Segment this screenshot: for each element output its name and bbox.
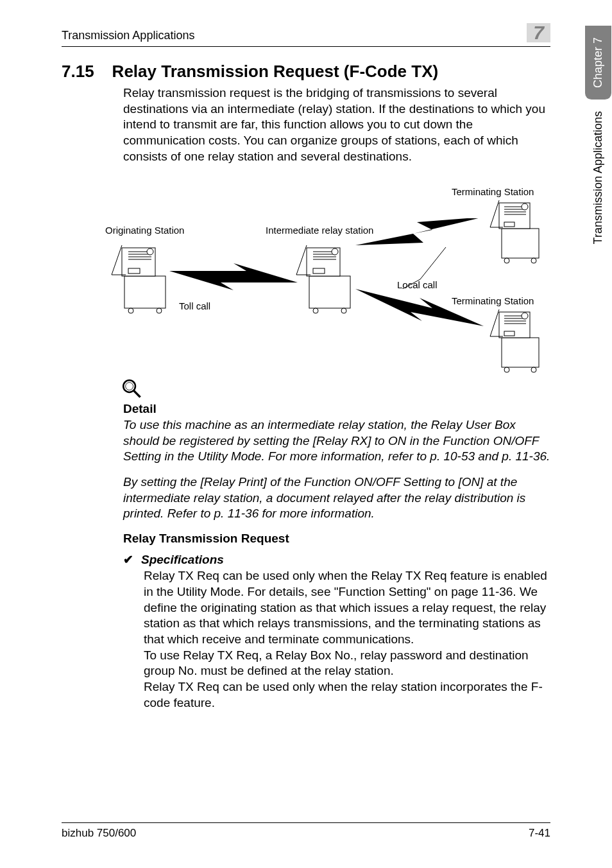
svg-rect-12 [309,276,350,308]
svg-line-18 [296,245,307,275]
label-toll-call: Toll call [179,300,210,311]
section-title: Relay Transmission Request (F-Code TX) [112,62,439,82]
page-footer: bizhub 750/600 7-41 [62,822,550,840]
footer-left: bizhub 750/600 [62,827,136,840]
spec-body: Relay TX Req can be used only when the R… [144,568,550,711]
svg-point-47 [531,367,536,372]
svg-point-10 [128,308,133,313]
page-header: Transmission Applications 7 [62,23,550,47]
side-tab: Chapter 7 Transmission Applications [584,26,612,254]
spec-row: ✔ Specifications [123,552,550,567]
svg-rect-45 [504,331,514,336]
detail-paragraph-2: By setting the [Relay Print] of the Func… [123,474,550,521]
svg-line-30 [490,200,499,227]
svg-point-54 [126,383,133,390]
svg-line-55 [133,391,140,397]
svg-marker-49 [355,218,484,245]
footer-right: 7-41 [529,827,550,840]
detail-heading-row [121,378,550,399]
fax-icon-originating [105,238,169,315]
svg-point-23 [341,308,346,313]
svg-line-6 [112,245,122,275]
zigzag-local-down-icon [355,289,484,334]
detail-paragraph-1: To use this machine as an intermediate r… [123,417,550,464]
svg-point-32 [522,204,528,210]
fax-icon-terminating-1 [485,194,543,265]
section-heading-row: 7.15 Relay Transmission Request (F-Code … [62,62,550,82]
svg-point-11 [157,308,162,313]
svg-line-51 [420,247,446,279]
svg-marker-48 [169,263,298,290]
section-number: 7.15 [62,62,94,82]
check-icon: ✔ [123,552,133,567]
svg-rect-24 [502,229,539,258]
main-content: 7.15 Relay Transmission Request (F-Code … [62,62,550,711]
svg-line-52 [385,279,420,289]
svg-line-42 [490,309,499,336]
svg-point-8 [147,248,153,255]
svg-marker-50 [355,289,484,326]
fax-icon-terminating-2 [485,303,543,374]
side-tab-chapter: Chapter 7 [585,26,611,100]
chapter-number: 7 [531,22,547,43]
label-originating: Originating Station [105,225,184,236]
svg-rect-9 [128,268,140,273]
svg-point-35 [531,258,536,263]
svg-point-20 [332,248,338,255]
side-tab-section: Transmission Applications [585,100,611,254]
section-intro: Relay transmission request is the bridgi… [123,85,550,164]
svg-rect-33 [504,222,514,227]
magnifier-icon [121,378,142,399]
detail-block: Detail To use this machine as an interme… [123,378,550,521]
svg-point-34 [504,258,509,263]
svg-point-46 [504,367,509,372]
relay-diagram: Originating Station Intermediate relay s… [92,180,550,372]
fax-icon-intermediate [290,238,354,315]
svg-rect-21 [313,268,325,273]
detail-heading: Detail [123,402,550,416]
chapter-number-badge: 7 [527,23,550,42]
breadcrumb: Transmission Applications [62,29,194,42]
local-call-line-icon [385,244,462,289]
svg-point-22 [313,308,318,313]
spec-label: Specifications [141,553,224,567]
relay-heading: Relay Transmission Request [123,532,550,546]
svg-rect-36 [502,338,539,367]
svg-rect-0 [124,276,166,308]
zigzag-toll-icon [169,263,298,295]
svg-point-44 [522,313,528,319]
